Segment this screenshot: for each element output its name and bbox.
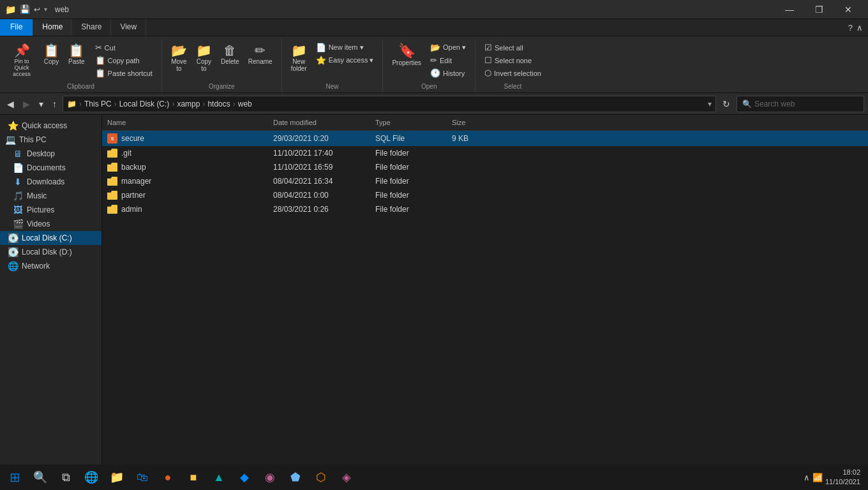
quick-access-icon: ⭐ [8,121,18,131]
taskbar-app-7[interactable]: ⬡ [309,465,333,489]
new-folder-button[interactable]: 📁 Newfolder [287,41,311,75]
rename-button[interactable]: ✏ Rename [244,41,276,68]
app5-icon: ◉ [265,470,275,484]
file-cell-size [447,165,498,169]
sidebar-item-network[interactable]: 🌐 Network [0,259,101,273]
search-box[interactable]: 🔍 Search web [737,96,864,112]
breadcrumb-this-pc[interactable]: This PC [84,100,112,108]
refresh-button[interactable]: ↻ [719,98,734,110]
paste-shortcut-button[interactable]: 📋 Paste shortcut [91,67,156,79]
taskbar-app-chrome[interactable]: ● [156,465,180,489]
start-button[interactable]: ⊞ [3,465,27,489]
history-button[interactable]: 🕐 History [426,67,470,79]
table-row[interactable]: S secure 29/03/2021 0:20 SQL File 9 KB [102,131,868,146]
col-header-size[interactable]: Size [447,117,498,128]
breadcrumb-htdocs[interactable]: htdocs [207,100,230,108]
sidebar-item-this-pc[interactable]: 💻 This PC [0,133,101,147]
sidebar-item-downloads[interactable]: ⬇ Downloads [0,175,101,189]
address-bar[interactable]: 📁 › This PC › Local Disk (C:) › xampp › … [63,96,716,112]
col-header-date[interactable]: Date modified [268,117,370,128]
taskbar-app-8[interactable]: ◈ [334,465,359,489]
select-none-icon: ☐ [484,56,492,65]
table-row[interactable]: .git 11/10/2021 17:40 File folder [102,146,868,160]
table-row[interactable]: partner 08/04/2021 0:00 File folder [102,188,868,202]
delete-button[interactable]: 🗑 Delete [217,41,243,68]
taskbar-app-3[interactable]: ▲ [207,465,231,489]
new-item-button[interactable]: 📄 New item ▾ [312,41,378,54]
taskbar-app-4[interactable]: ◆ [232,465,257,489]
new-folder-icon: 📁 [291,44,307,57]
taskbar-app-6[interactable]: ⬟ [283,465,308,489]
select-all-button[interactable]: ☑ Select all [481,41,545,54]
store-icon: 🛍 [137,471,148,484]
tab-home[interactable]: Home [33,19,72,36]
col-header-name[interactable]: Name [102,117,268,128]
file-cell-date: 11/10/2021 16:59 [268,161,370,174]
local-disk-d-icon: 💽 [8,247,18,257]
easy-access-button[interactable]: ⭐ Easy access ▾ [312,54,378,66]
restore-button[interactable]: ❐ [804,0,834,19]
invert-selection-icon: ⬡ [484,68,491,78]
taskbar-app-5[interactable]: ◉ [258,465,282,489]
file-explorer-icon: 📁 [110,470,124,484]
up-button[interactable]: ↑ [49,98,60,110]
tab-share[interactable]: Share [72,19,111,36]
taskbar: ⊞ 🔍 ⧉ 🌐 📁 🛍 ● ■ ▲ ◆ ◉ [0,464,868,490]
forward-button[interactable]: ▶ [20,98,33,110]
open-button[interactable]: 📂 Open ▾ [426,41,470,54]
copy-path-button[interactable]: 📋 Copy path [91,54,156,66]
tab-view[interactable]: View [111,19,146,36]
breadcrumb-xampp[interactable]: xampp [177,100,200,108]
sidebar-item-pictures[interactable]: 🖼 Pictures [0,203,101,217]
select-all-icon: ☑ [484,43,492,52]
invert-selection-button[interactable]: ⬡ Invert selection [481,67,545,79]
paste-button[interactable]: 📋 Paste [64,41,89,68]
copy-button[interactable]: 📋 Copy [40,41,63,68]
minimize-button[interactable]: — [775,0,804,19]
properties-button[interactable]: 🔖 Properties [388,41,425,69]
sidebar-item-desktop[interactable]: 🖥 Desktop [0,147,101,161]
move-to-button[interactable]: 📂 Moveto [167,41,191,75]
sidebar-item-documents[interactable]: 📄 Documents [0,161,101,175]
edit-button[interactable]: ✏ Edit [426,54,470,66]
copy-path-icon: 📋 [95,56,105,65]
cut-button[interactable]: ✂ Cut [91,41,156,54]
title-bar-controls: — ❐ ✕ [775,0,863,19]
close-button[interactable]: ✕ [834,0,863,19]
search-icon: 🔍 [742,100,752,108]
organize-label: Organize [167,82,276,93]
chevron-up-icon[interactable]: ∧ [804,473,810,482]
task-view-button[interactable]: ⧉ [54,465,78,489]
search-button[interactable]: 🔍 [28,465,52,489]
sidebar-item-quick-access[interactable]: ⭐ Quick access [0,119,101,133]
edge-button[interactable]: 🌐 [79,465,103,489]
local-disk-c-icon: 💽 [8,233,18,243]
taskbar-app-2[interactable]: ■ [181,465,206,489]
main-area: ⭐ Quick access 💻 This PC 🖥 Desktop 📄 Doc… [0,115,868,490]
select-none-button[interactable]: ☐ Select none [481,54,545,66]
back-button[interactable]: ◀ [4,98,17,110]
sidebar-item-local-disk-c[interactable]: 💽 Local Disk (C:) [0,231,101,245]
file-explorer-button[interactable]: 📁 [105,465,129,489]
breadcrumb-web[interactable]: web [238,100,252,108]
pin-to-quick-access-button[interactable]: 📌 Pin to Quick access [5,41,38,80]
copy-to-button[interactable]: 📁 Copyto [192,41,216,75]
sidebar-item-videos[interactable]: 🎬 Videos [0,217,101,231]
table-row[interactable]: manager 08/04/2021 16:34 File folder [102,174,868,188]
col-header-type[interactable]: Type [370,117,447,128]
table-row[interactable]: backup 11/10/2021 16:59 File folder [102,160,868,174]
tab-file[interactable]: File [0,19,33,36]
rename-icon: ✏ [255,44,266,57]
breadcrumb-local-disk[interactable]: Local Disk (C:) [119,100,170,108]
address-dropdown[interactable]: ▾ [708,100,712,108]
cut-icon: ✂ [95,43,102,52]
store-button[interactable]: 🛍 [130,465,154,489]
recent-button[interactable]: ▾ [36,98,47,110]
sidebar-item-music[interactable]: 🎵 Music [0,189,101,203]
table-row[interactable]: admin 28/03/2021 0:26 File folder [102,202,868,216]
sidebar-item-local-disk-d[interactable]: 💽 Local Disk (D:) [0,245,101,259]
chevron-up-icon[interactable]: ∧ [857,23,863,33]
search-placeholder: Search web [754,100,795,108]
folder-icon [107,191,117,200]
file-cell-date: 08/04/2021 0:00 [268,189,370,202]
